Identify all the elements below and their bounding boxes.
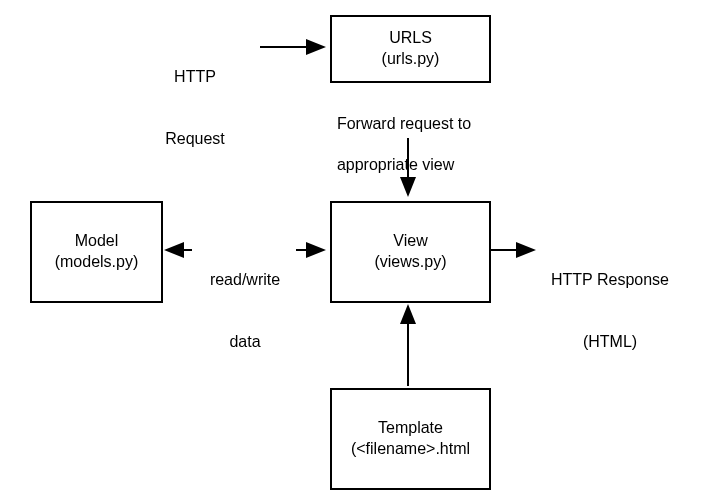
http-response-label: HTTP Response (HTML)	[540, 228, 680, 374]
http-response-line1: HTTP Response	[540, 270, 680, 291]
forward-request-label: Forward request to appropriate view	[328, 93, 498, 176]
model-title: Model	[75, 231, 119, 252]
template-box: Template (<filename>.html	[330, 388, 491, 490]
rw-line1: read/write	[195, 270, 295, 291]
http-request-line2: Request	[155, 129, 235, 150]
model-subtitle: (models.py)	[55, 252, 139, 273]
model-box: Model (models.py)	[30, 201, 163, 303]
template-subtitle: (<filename>.html	[351, 439, 470, 460]
view-box: View (views.py)	[330, 201, 491, 303]
forward-line1: Forward request to	[337, 115, 471, 132]
rw-line2: data	[195, 332, 295, 353]
http-request-label: HTTP Request	[155, 25, 235, 171]
readwrite-label: read/write data	[195, 228, 295, 374]
http-request-line1: HTTP	[155, 67, 235, 88]
urls-title: URLS	[389, 28, 432, 49]
view-subtitle: (views.py)	[374, 252, 446, 273]
view-title: View	[393, 231, 427, 252]
forward-line2: appropriate view	[337, 156, 454, 173]
urls-subtitle: (urls.py)	[382, 49, 440, 70]
template-title: Template	[378, 418, 443, 439]
http-response-line2: (HTML)	[540, 332, 680, 353]
urls-box: URLS (urls.py)	[330, 15, 491, 83]
